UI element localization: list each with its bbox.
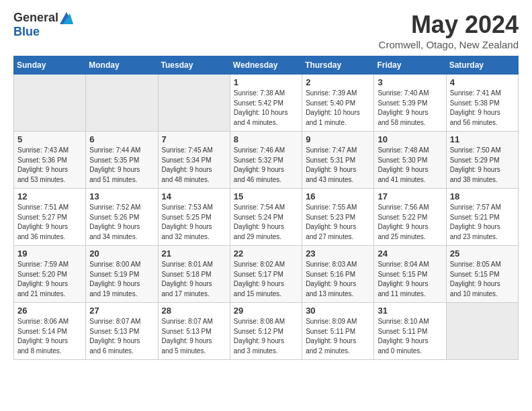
cell-info: Sunrise: 7:54 AMSunset: 5:24 PMDaylight:…: [234, 203, 298, 242]
cell-info: Sunrise: 7:39 AMSunset: 5:40 PMDaylight:…: [306, 89, 370, 128]
calendar-cell: 7Sunrise: 7:45 AMSunset: 5:34 PMDaylight…: [158, 132, 230, 189]
cell-info: Sunrise: 7:50 AMSunset: 5:29 PMDaylight:…: [450, 146, 515, 185]
day-number: 25: [450, 248, 515, 259]
day-number: 8: [234, 134, 298, 144]
calendar-cell: 28Sunrise: 8:07 AMSunset: 5:13 PMDayligh…: [158, 303, 230, 360]
calendar-cell: [158, 75, 230, 132]
calendar-cell: 23Sunrise: 8:03 AMSunset: 5:16 PMDayligh…: [302, 246, 374, 303]
cell-info: Sunrise: 7:55 AMSunset: 5:23 PMDaylight:…: [306, 203, 370, 242]
calendar-cell: 8Sunrise: 7:46 AMSunset: 5:32 PMDaylight…: [230, 132, 302, 189]
calendar-cell: 14Sunrise: 7:53 AMSunset: 5:25 PMDayligh…: [158, 189, 230, 246]
day-number: 13: [89, 191, 154, 201]
cell-info: Sunrise: 8:00 AMSunset: 5:19 PMDaylight:…: [89, 260, 154, 299]
calendar-cell: 12Sunrise: 7:51 AMSunset: 5:27 PMDayligh…: [14, 189, 86, 246]
day-number: 28: [162, 306, 226, 316]
day-header-tuesday: Tuesday: [158, 56, 230, 75]
calendar-cell: 10Sunrise: 7:48 AMSunset: 5:30 PMDayligh…: [374, 132, 446, 189]
cell-info: Sunrise: 8:03 AMSunset: 5:16 PMDaylight:…: [306, 260, 370, 299]
calendar-cell: 27Sunrise: 8:07 AMSunset: 5:13 PMDayligh…: [86, 303, 158, 360]
day-number: 2: [306, 77, 370, 87]
cell-info: Sunrise: 8:09 AMSunset: 5:11 PMDaylight:…: [306, 317, 370, 356]
calendar-cell: 13Sunrise: 7:52 AMSunset: 5:26 PMDayligh…: [86, 189, 158, 246]
cell-info: Sunrise: 8:07 AMSunset: 5:13 PMDaylight:…: [162, 317, 226, 356]
day-number: 4: [450, 77, 515, 87]
cell-info: Sunrise: 7:53 AMSunset: 5:25 PMDaylight:…: [162, 203, 226, 242]
calendar-cell: 19Sunrise: 7:59 AMSunset: 5:20 PMDayligh…: [14, 246, 86, 303]
logo: General Blue: [13, 11, 73, 39]
month-title: May 2024: [379, 11, 519, 39]
calendar-cell: 5Sunrise: 7:43 AMSunset: 5:36 PMDaylight…: [14, 132, 86, 189]
calendar-cell: 2Sunrise: 7:39 AMSunset: 5:40 PMDaylight…: [302, 75, 374, 132]
calendar-cell: 30Sunrise: 8:09 AMSunset: 5:11 PMDayligh…: [302, 303, 374, 360]
cell-info: Sunrise: 7:38 AMSunset: 5:42 PMDaylight:…: [234, 89, 298, 128]
day-number: 22: [234, 248, 298, 259]
cell-info: Sunrise: 7:57 AMSunset: 5:21 PMDaylight:…: [450, 203, 515, 242]
calendar-table: SundayMondayTuesdayWednesdayThursdayFrid…: [13, 56, 519, 360]
day-header-saturday: Saturday: [446, 56, 518, 75]
day-number: 24: [378, 248, 442, 259]
week-row-3: 12Sunrise: 7:51 AMSunset: 5:27 PMDayligh…: [14, 189, 519, 246]
calendar-cell: 24Sunrise: 8:04 AMSunset: 5:15 PMDayligh…: [374, 246, 446, 303]
calendar-cell: 20Sunrise: 8:00 AMSunset: 5:19 PMDayligh…: [86, 246, 158, 303]
cell-info: Sunrise: 8:01 AMSunset: 5:18 PMDaylight:…: [162, 260, 226, 299]
location: Cromwell, Otago, New Zealand: [379, 39, 519, 50]
day-number: 18: [450, 191, 515, 201]
week-row-4: 19Sunrise: 7:59 AMSunset: 5:20 PMDayligh…: [14, 246, 519, 303]
cell-info: Sunrise: 8:07 AMSunset: 5:13 PMDaylight:…: [89, 317, 154, 356]
cell-info: Sunrise: 7:45 AMSunset: 5:34 PMDaylight:…: [162, 146, 226, 185]
calendar-cell: 22Sunrise: 8:02 AMSunset: 5:17 PMDayligh…: [230, 246, 302, 303]
day-number: 12: [17, 191, 82, 201]
day-number: 27: [89, 306, 154, 316]
day-number: 9: [306, 134, 370, 144]
calendar-cell: 6Sunrise: 7:44 AMSunset: 5:35 PMDaylight…: [86, 132, 158, 189]
calendar-cell: 31Sunrise: 8:10 AMSunset: 5:11 PMDayligh…: [374, 303, 446, 360]
cell-info: Sunrise: 7:47 AMSunset: 5:31 PMDaylight:…: [306, 146, 370, 185]
cell-info: Sunrise: 7:52 AMSunset: 5:26 PMDaylight:…: [89, 203, 154, 242]
header: General Blue May 2024 Cromwell, Otago, N…: [13, 11, 519, 50]
cell-info: Sunrise: 7:43 AMSunset: 5:36 PMDaylight:…: [17, 146, 82, 185]
day-header-sunday: Sunday: [14, 56, 86, 75]
calendar-cell: 26Sunrise: 8:06 AMSunset: 5:14 PMDayligh…: [14, 303, 86, 360]
day-number: 26: [17, 306, 82, 316]
day-number: 20: [89, 248, 154, 259]
calendar-cell: 16Sunrise: 7:55 AMSunset: 5:23 PMDayligh…: [302, 189, 374, 246]
day-number: 31: [378, 306, 442, 316]
day-number: 17: [378, 191, 442, 201]
calendar-cell: 9Sunrise: 7:47 AMSunset: 5:31 PMDaylight…: [302, 132, 374, 189]
cell-info: Sunrise: 8:05 AMSunset: 5:15 PMDaylight:…: [450, 260, 515, 299]
calendar-cell: 25Sunrise: 8:05 AMSunset: 5:15 PMDayligh…: [446, 246, 518, 303]
cell-info: Sunrise: 8:04 AMSunset: 5:15 PMDaylight:…: [378, 260, 442, 299]
calendar-cell: 4Sunrise: 7:41 AMSunset: 5:38 PMDaylight…: [446, 75, 518, 132]
logo-blue-text: Blue: [13, 25, 40, 39]
header-row: SundayMondayTuesdayWednesdayThursdayFrid…: [14, 56, 519, 75]
cell-info: Sunrise: 7:59 AMSunset: 5:20 PMDaylight:…: [17, 260, 82, 299]
title-block: May 2024 Cromwell, Otago, New Zealand: [379, 11, 519, 50]
calendar-cell: 17Sunrise: 7:56 AMSunset: 5:22 PMDayligh…: [374, 189, 446, 246]
day-header-wednesday: Wednesday: [230, 56, 302, 75]
cell-info: Sunrise: 8:06 AMSunset: 5:14 PMDaylight:…: [17, 317, 82, 356]
calendar-cell: [446, 303, 518, 360]
calendar-cell: 29Sunrise: 8:08 AMSunset: 5:12 PMDayligh…: [230, 303, 302, 360]
calendar-cell: 11Sunrise: 7:50 AMSunset: 5:29 PMDayligh…: [446, 132, 518, 189]
day-header-thursday: Thursday: [302, 56, 374, 75]
day-number: 29: [234, 306, 298, 316]
day-number: 5: [17, 134, 82, 144]
day-number: 16: [306, 191, 370, 201]
week-row-2: 5Sunrise: 7:43 AMSunset: 5:36 PMDaylight…: [14, 132, 519, 189]
calendar-cell: 21Sunrise: 8:01 AMSunset: 5:18 PMDayligh…: [158, 246, 230, 303]
day-number: 19: [17, 248, 82, 259]
week-row-5: 26Sunrise: 8:06 AMSunset: 5:14 PMDayligh…: [14, 303, 519, 360]
cell-info: Sunrise: 7:51 AMSunset: 5:27 PMDaylight:…: [17, 203, 82, 242]
day-header-monday: Monday: [86, 56, 158, 75]
day-number: 30: [306, 306, 370, 316]
day-number: 11: [450, 134, 515, 144]
day-number: 15: [234, 191, 298, 201]
day-number: 3: [378, 77, 442, 87]
cell-info: Sunrise: 7:46 AMSunset: 5:32 PMDaylight:…: [234, 146, 298, 185]
day-number: 21: [162, 248, 226, 259]
day-number: 7: [162, 134, 226, 144]
calendar-cell: [86, 75, 158, 132]
week-row-1: 1Sunrise: 7:38 AMSunset: 5:42 PMDaylight…: [14, 75, 519, 132]
cell-info: Sunrise: 7:40 AMSunset: 5:39 PMDaylight:…: [378, 89, 442, 128]
day-number: 14: [162, 191, 226, 201]
